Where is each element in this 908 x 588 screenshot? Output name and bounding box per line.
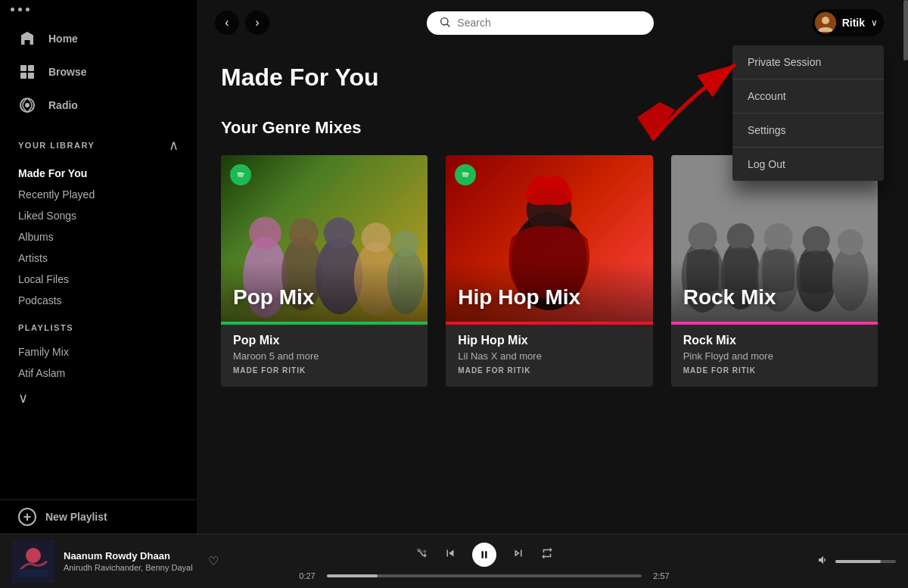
- new-playlist-btn[interactable]: + New Playlist: [0, 499, 197, 534]
- player-thumbnail: [12, 540, 54, 583]
- card-rock-mix[interactable]: Rock Mix Rock Mix Pink Floyd and more MA…: [671, 155, 878, 387]
- sidebar-item-browse-label: Browse: [48, 66, 87, 78]
- new-playlist-label: New Playlist: [45, 511, 107, 523]
- sidebar-item-home-label: Home: [48, 33, 78, 45]
- library-item-made-for-you[interactable]: Made For You: [18, 163, 179, 184]
- svg-rect-41: [18, 569, 48, 577]
- player-right: [745, 554, 896, 569]
- repeat-btn[interactable]: [540, 546, 554, 563]
- progress-bar[interactable]: 0:27 2:57: [295, 571, 673, 580]
- radio-icon: [18, 96, 36, 114]
- playlist-item-family-mix[interactable]: Family Mix: [18, 341, 179, 362]
- sidebar-item-radio[interactable]: Radio: [0, 89, 197, 122]
- genre-mixes-title: Your Genre Mixes: [221, 118, 361, 138]
- player-heart-btn[interactable]: ♡: [208, 554, 219, 568]
- player-track-artist: Anirudh Ravichander, Benny Dayal: [64, 563, 193, 572]
- svg-rect-1: [28, 65, 34, 71]
- user-menu-btn[interactable]: Ritik ∨: [812, 9, 884, 36]
- card-hiphop-mix[interactable]: Hip Hop Mix Hip Hop Mix Lil Nas X and mo…: [446, 155, 652, 387]
- search-icon: [439, 16, 451, 30]
- library-section: YOUR LIBRARY ∧ Made For You Recently Pla…: [0, 137, 197, 311]
- sidebar-item-browse[interactable]: Browse: [0, 55, 197, 89]
- hiphop-mix-tag: MADE FOR RITIK: [458, 366, 640, 375]
- dropdown-item-account[interactable]: Account: [732, 79, 884, 114]
- library-items: Made For You Recently Played Liked Songs…: [18, 163, 179, 311]
- player-center: 0:27 2:57: [224, 543, 745, 580]
- app-menu[interactable]: [0, 0, 197, 19]
- browse-icon: [18, 63, 36, 81]
- library-item-recently-played[interactable]: Recently Played: [18, 184, 179, 205]
- chevron-down-playlists[interactable]: ∨: [18, 390, 28, 406]
- volume-slider[interactable]: [835, 560, 896, 563]
- time-total: 2:57: [649, 571, 673, 580]
- dropdown-item-settings[interactable]: Settings: [732, 114, 884, 148]
- svg-point-34: [763, 223, 792, 252]
- playlists-label: PLAYLISTS: [18, 323, 179, 332]
- library-collapse-btn[interactable]: ∧: [169, 137, 179, 154]
- player-bar: Naanum Rowdy Dhaan Anirudh Ravichander, …: [0, 534, 908, 588]
- rock-mix-overlay-title: Rock Mix: [683, 285, 776, 310]
- rock-mix-tag: MADE FOR RITIK: [683, 366, 866, 375]
- plus-icon: +: [18, 508, 36, 526]
- search-bar[interactable]: [427, 11, 654, 35]
- avatar: [815, 12, 836, 33]
- library-scroll: YOUR LIBRARY ∧ Made For You Recently Pla…: [0, 125, 197, 493]
- library-item-artists[interactable]: Artists: [18, 247, 179, 269]
- dropdown-item-logout[interactable]: Log Out: [732, 148, 884, 181]
- sidebar-item-home[interactable]: Home: [0, 22, 197, 55]
- library-item-liked-songs[interactable]: Liked Songs: [18, 205, 179, 226]
- chevron-down-icon: ∨: [871, 17, 878, 28]
- volume-fill: [835, 560, 881, 563]
- card-pop-mix[interactable]: Pop Mix Pop Mix Maroon 5 and more MADE F…: [221, 155, 428, 387]
- sidebar: Home Browse: [0, 0, 197, 534]
- shuffle-btn[interactable]: [415, 546, 428, 563]
- scrollbar-thumb: [903, 0, 908, 61]
- svg-point-16: [289, 218, 319, 247]
- library-item-albums[interactable]: Albums: [18, 226, 179, 247]
- library-item-podcasts[interactable]: Podcasts: [18, 290, 179, 311]
- hiphop-mix-desc: Lil Nas X and more: [458, 350, 640, 362]
- pop-mix-overlay-title: Pop Mix: [233, 285, 314, 310]
- pop-mix-info: Pop Mix Maroon 5 and more MADE FOR RITIK: [221, 325, 428, 387]
- forward-button[interactable]: ›: [245, 11, 269, 35]
- pop-mix-name: Pop Mix: [233, 334, 415, 347]
- svg-point-40: [26, 548, 41, 563]
- search-input[interactable]: [457, 17, 642, 29]
- nav-arrows: ‹ ›: [215, 11, 269, 35]
- svg-point-30: [688, 222, 717, 251]
- back-button[interactable]: ‹: [215, 11, 239, 35]
- svg-rect-3: [28, 73, 34, 79]
- pop-mix-image: Pop Mix: [221, 155, 428, 322]
- dropdown-item-private-session[interactable]: Private Session: [732, 45, 884, 79]
- svg-point-36: [802, 226, 829, 254]
- genre-cards-grid: Pop Mix Pop Mix Maroon 5 and more MADE F…: [221, 155, 878, 387]
- rock-mix-desc: Pink Floyd and more: [683, 350, 866, 362]
- prev-btn[interactable]: [443, 546, 457, 563]
- hiphop-mix-info: Hip Hop Mix Lil Nas X and more MADE FOR …: [446, 325, 652, 387]
- pop-mix-tag: MADE FOR RITIK: [233, 366, 415, 375]
- main-scrollbar[interactable]: [902, 0, 908, 534]
- time-current: 0:27: [295, 571, 319, 580]
- svg-rect-2: [20, 73, 26, 79]
- hiphop-mix-overlay-title: Hip Hop Mix: [458, 285, 580, 310]
- rock-mix-info: Rock Mix Pink Floyd and more MADE FOR RI…: [671, 325, 878, 387]
- next-btn[interactable]: [512, 546, 525, 563]
- svg-point-20: [361, 222, 390, 252]
- rock-mix-name: Rock Mix: [683, 334, 866, 347]
- volume-area: [817, 554, 896, 569]
- hiphop-mix-image: Hip Hop Mix: [446, 155, 652, 322]
- player-controls: [415, 543, 554, 567]
- hiphop-mix-name: Hip Hop Mix: [458, 334, 640, 347]
- library-item-local-files[interactable]: Local Files: [18, 269, 179, 290]
- progress-track[interactable]: [327, 574, 642, 577]
- playlist-item-atif-aslam[interactable]: Atif Aslam: [18, 362, 179, 384]
- player-track-info: Naanum Rowdy Dhaan Anirudh Ravichander, …: [64, 550, 193, 572]
- svg-point-38: [837, 229, 863, 255]
- sidebar-item-radio-label: Radio: [48, 99, 78, 111]
- svg-point-18: [324, 217, 355, 248]
- svg-rect-42: [482, 551, 484, 558]
- library-header: YOUR LIBRARY ∧: [18, 137, 179, 154]
- pause-btn[interactable]: [472, 543, 496, 567]
- player-left: Naanum Rowdy Dhaan Anirudh Ravichander, …: [12, 540, 224, 583]
- player-track-name: Naanum Rowdy Dhaan: [64, 550, 193, 562]
